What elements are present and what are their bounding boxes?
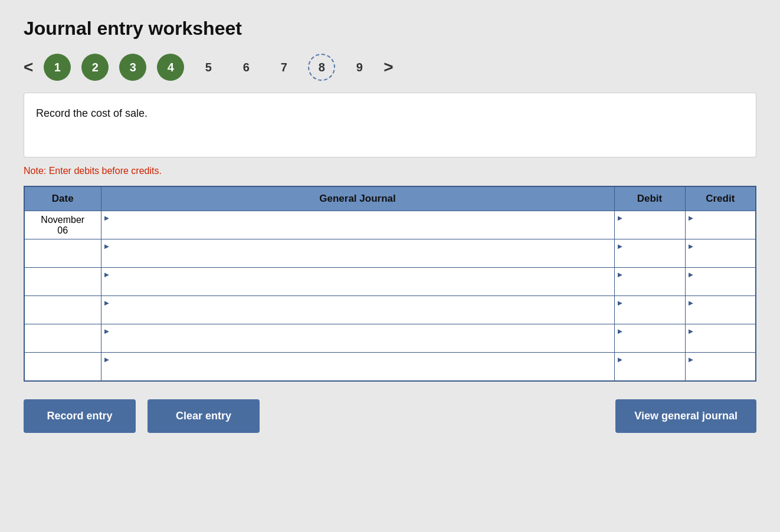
arrow-icon-debit-3: ►	[617, 270, 624, 279]
table-row: ► ► ►	[24, 296, 756, 324]
journal-input-5[interactable]	[101, 324, 614, 352]
arrow-icon-3: ►	[103, 270, 111, 279]
table-row: November06 ► ► ►	[24, 211, 756, 239]
debit-input-3[interactable]	[615, 268, 685, 295]
credit-cell-1[interactable]: ►	[685, 211, 756, 239]
debit-cell-5[interactable]: ►	[614, 324, 685, 353]
credit-input-3[interactable]	[686, 268, 756, 295]
arrow-icon-credit-6: ►	[687, 355, 695, 364]
arrow-icon-credit-3: ►	[687, 270, 695, 279]
debit-input-4[interactable]	[615, 296, 685, 324]
debit-cell-1[interactable]: ►	[614, 211, 685, 239]
arrow-icon-debit-2: ►	[617, 242, 624, 251]
arrow-icon-debit-1: ►	[617, 214, 624, 222]
journal-cell-1[interactable]: ►	[101, 211, 614, 239]
instruction-text: Record the cost of sale.	[36, 107, 148, 119]
arrow-icon-credit-4: ►	[687, 298, 695, 307]
credit-input-1[interactable]	[686, 211, 756, 239]
arrow-icon-2: ►	[103, 242, 111, 251]
page-6[interactable]: 6	[232, 54, 260, 81]
credit-cell-6[interactable]: ►	[685, 353, 756, 381]
arrow-icon-credit-2: ►	[687, 242, 695, 251]
date-cell-3	[24, 268, 101, 296]
table-row: ► ► ►	[24, 239, 756, 268]
arrow-icon-debit-5: ►	[617, 327, 624, 336]
table-row: ► ► ►	[24, 353, 756, 381]
journal-cell-2[interactable]: ►	[101, 239, 614, 268]
debit-cell-2[interactable]: ►	[614, 239, 685, 268]
credit-input-5[interactable]	[686, 324, 756, 352]
arrow-icon-4: ►	[103, 298, 111, 307]
credit-input-2[interactable]	[686, 239, 756, 267]
note-text: Note: Enter debits before credits.	[24, 166, 756, 176]
date-cell-4	[24, 296, 101, 324]
page-3[interactable]: 3	[119, 54, 146, 81]
arrow-icon-credit-1: ►	[687, 214, 695, 222]
journal-input-2[interactable]	[101, 239, 614, 267]
header-credit: Credit	[685, 186, 756, 211]
record-entry-button[interactable]: Record entry	[24, 399, 136, 433]
journal-table: Date General Journal Debit Credit Novemb…	[24, 186, 756, 382]
credit-cell-4[interactable]: ►	[685, 296, 756, 324]
arrow-icon-credit-5: ►	[687, 327, 695, 336]
debit-input-6[interactable]	[615, 353, 685, 380]
journal-input-3[interactable]	[101, 268, 614, 295]
next-arrow[interactable]: >	[384, 58, 393, 77]
date-cell-5	[24, 324, 101, 353]
arrow-icon-5: ►	[103, 327, 111, 336]
arrow-icon-debit-6: ►	[617, 355, 624, 364]
arrow-icon-6: ►	[103, 355, 111, 364]
credit-input-4[interactable]	[686, 296, 756, 324]
credit-cell-5[interactable]: ►	[685, 324, 756, 353]
debit-input-5[interactable]	[615, 324, 685, 352]
page-4[interactable]: 4	[157, 54, 184, 81]
journal-input-6[interactable]	[101, 353, 614, 380]
debit-input-2[interactable]	[615, 239, 685, 267]
table-row: ► ► ►	[24, 324, 756, 353]
credit-cell-2[interactable]: ►	[685, 239, 756, 268]
arrow-icon-1: ►	[103, 214, 111, 222]
debit-cell-3[interactable]: ►	[614, 268, 685, 296]
page-9[interactable]: 9	[346, 54, 373, 81]
page-2[interactable]: 2	[81, 54, 109, 81]
page-8[interactable]: 8	[308, 54, 335, 81]
page-5[interactable]: 5	[195, 54, 222, 81]
debit-input-1[interactable]	[615, 211, 685, 239]
date-cell-2	[24, 239, 101, 268]
journal-cell-3[interactable]: ►	[101, 268, 614, 296]
debit-cell-6[interactable]: ►	[614, 353, 685, 381]
page-7[interactable]: 7	[270, 54, 297, 81]
date-cell-6	[24, 353, 101, 381]
page-title: Journal entry worksheet	[24, 18, 756, 40]
journal-cell-4[interactable]: ►	[101, 296, 614, 324]
instruction-box: Record the cost of sale.	[24, 93, 756, 157]
page-1[interactable]: 1	[44, 54, 71, 81]
header-date: Date	[24, 186, 101, 211]
journal-input-1[interactable]	[101, 211, 614, 239]
arrow-icon-debit-4: ►	[617, 298, 624, 307]
journal-cell-6[interactable]: ►	[101, 353, 614, 381]
journal-input-4[interactable]	[101, 296, 614, 324]
prev-arrow[interactable]: <	[24, 58, 33, 77]
header-debit: Debit	[614, 186, 685, 211]
journal-cell-5[interactable]: ►	[101, 324, 614, 353]
clear-entry-button[interactable]: Clear entry	[148, 399, 260, 433]
header-journal: General Journal	[101, 186, 614, 211]
date-cell-1: November06	[24, 211, 101, 239]
pagination: < 1 2 3 4 5 6 7 8 9 >	[24, 54, 756, 81]
buttons-row: Record entry Clear entry View general jo…	[24, 399, 756, 433]
credit-cell-3[interactable]: ►	[685, 268, 756, 296]
credit-input-6[interactable]	[686, 353, 756, 380]
table-row: ► ► ►	[24, 268, 756, 296]
debit-cell-4[interactable]: ►	[614, 296, 685, 324]
view-general-journal-button[interactable]: View general journal	[615, 399, 756, 433]
